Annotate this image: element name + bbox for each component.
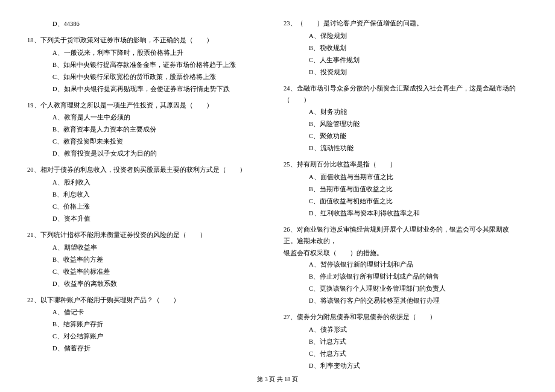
q26-stem-line2: 银监会有权采取（ ）的措施。 bbox=[284, 248, 522, 259]
q25-option-d: D、红利收益率与资本利得收益率之和 bbox=[284, 207, 522, 220]
q18-option-d: D、如果中央银行提高再贴现率，会使证券市场行情走势下跌 bbox=[27, 83, 265, 95]
q20-option-c: C、价格上涨 bbox=[27, 201, 265, 213]
q25-stem: 25、持有期百分比收益率是指（ ） bbox=[284, 159, 522, 171]
q27-option-b: B、计息方式 bbox=[284, 336, 522, 348]
question-20: 20、相对于债券的利息收入，投资者购买股票最主要的获利方式是（ ） A、股利收入… bbox=[27, 165, 265, 225]
q24-option-c: C、聚敛功能 bbox=[284, 130, 522, 142]
q19-option-d: D、教育投资是以子女成才为目的的 bbox=[27, 148, 265, 160]
question-24: 24、金融市场引导众多分散的小额资金汇聚成投入社会再生产，这是金融市场的（ ） … bbox=[284, 83, 522, 155]
q20-stem: 20、相对于债券的利息收入，投资者购买股票最主要的获利方式是（ ） bbox=[27, 165, 265, 176]
q22-option-a: A、借记卡 bbox=[27, 306, 265, 318]
q26-option-b: B、停止对该银行所有理财计划或产品的销售 bbox=[284, 271, 522, 283]
q23-option-a: A、保险规划 bbox=[284, 30, 522, 42]
q22-option-c: C、对公结算账户 bbox=[27, 330, 265, 343]
question-27: 27、债券分为附息债券和零息债券的依据是（ ） A、债券形式 B、计息方式 C、… bbox=[284, 312, 522, 372]
q23-option-c: C、人生事件规划 bbox=[284, 54, 522, 66]
q18-option-c: C、如果中央银行采取宽松的货币政策，股票价格将上涨 bbox=[27, 71, 265, 83]
question-18: 18、下列关于货币政策对证券市场的影响，不正确的是（ ） A、一般说来，利率下降… bbox=[27, 35, 265, 95]
q27-option-a: A、债券形式 bbox=[284, 324, 522, 336]
q22-option-d: D、储蓄存折 bbox=[27, 343, 265, 355]
question-25: 25、持有期百分比收益率是指（ ） A、面值收益与当期市值之比 B、当期市值与面… bbox=[284, 159, 522, 220]
q23-stem: 23、（ ）是讨论客户资产保值增值的问题。 bbox=[284, 18, 522, 30]
q19-stem: 19、个人教育理财之所以是一项生产性投资，其原因是（ ） bbox=[27, 100, 265, 112]
q17-option-d: D、44386 bbox=[27, 18, 265, 30]
q18-stem: 18、下列关于货币政策对证券市场的影响，不正确的是（ ） bbox=[27, 35, 265, 46]
q26-option-d: D、将该银行客户的交易转移至其他银行办理 bbox=[284, 295, 522, 307]
q21-option-b: B、收益率的方差 bbox=[27, 254, 265, 266]
q22-option-b: B、结算账户存折 bbox=[27, 318, 265, 330]
page-footer: 第 3 页 共 18 页 bbox=[0, 375, 555, 384]
q27-option-c: C、付息方式 bbox=[284, 348, 522, 360]
question-23: 23、（ ）是讨论客户资产保值增值的问题。 A、保险规划 B、税收规划 C、人生… bbox=[284, 18, 522, 78]
q21-option-a: A、期望收益率 bbox=[27, 242, 265, 254]
q26-stem-line1: 26、对商业银行违反审慎经营规则开展个人理财业务的，银监会可令其限期改正。逾期未… bbox=[284, 224, 522, 247]
q25-option-b: B、当期市值与面值收益之比 bbox=[284, 183, 522, 195]
q25-option-c: C、面值收益与初始市值之比 bbox=[284, 195, 522, 207]
q21-stem: 21、下列统计指标不能用来衡量证券投资的风险的是（ ） bbox=[27, 230, 265, 241]
q18-option-a: A、一般说来，利率下降时，股票价格将上升 bbox=[27, 47, 265, 59]
q20-option-a: A、股利收入 bbox=[27, 177, 265, 189]
q20-option-b: B、利息收入 bbox=[27, 189, 265, 201]
q23-option-d: D、投资规划 bbox=[284, 66, 522, 78]
right-column: 23、（ ）是讨论客户资产保值增值的问题。 A、保险规划 B、税收规划 C、人生… bbox=[278, 18, 528, 368]
page-content: D、44386 18、下列关于货币政策对证券市场的影响，不正确的是（ ） A、一… bbox=[0, 0, 555, 368]
left-column: D、44386 18、下列关于货币政策对证券市场的影响，不正确的是（ ） A、一… bbox=[27, 18, 278, 368]
q24-stem: 24、金融市场引导众多分散的小额资金汇聚成投入社会再生产，这是金融市场的（ ） bbox=[284, 83, 522, 106]
q19-option-b: B、教育资本是人力资本的主要成份 bbox=[27, 124, 265, 136]
q19-option-c: C、教育投资即未来投资 bbox=[27, 136, 265, 148]
question-21: 21、下列统计指标不能用来衡量证券投资的风险的是（ ） A、期望收益率 B、收益… bbox=[27, 230, 265, 290]
q21-option-c: C、收益率的标准差 bbox=[27, 266, 265, 278]
q25-option-a: A、面值收益与当期市值之比 bbox=[284, 171, 522, 183]
q19-option-a: A、教育是人一生中必须的 bbox=[27, 112, 265, 124]
q24-option-a: A、财务功能 bbox=[284, 106, 522, 118]
question-26: 26、对商业银行违反审慎经营规则开展个人理财业务的，银监会可令其限期改正。逾期未… bbox=[284, 224, 522, 307]
q21-option-d: D、收益率的离散系数 bbox=[27, 278, 265, 290]
q23-option-b: B、税收规划 bbox=[284, 42, 522, 54]
q22-stem: 22、以下哪种账户不能用于购买理财产品？（ ） bbox=[27, 295, 265, 306]
q26-option-a: A、暂停该银行新的理财计划和产品 bbox=[284, 259, 522, 271]
q18-option-b: B、如果中央银行提高存款准备金率，证券市场价格将趋于上涨 bbox=[27, 59, 265, 71]
question-22: 22、以下哪种账户不能用于购买理财产品？（ ） A、借记卡 B、结算账户存折 C… bbox=[27, 295, 265, 355]
question-19: 19、个人教育理财之所以是一项生产性投资，其原因是（ ） A、教育是人一生中必须… bbox=[27, 100, 265, 160]
q24-option-b: B、风险管理功能 bbox=[284, 118, 522, 130]
q24-option-d: D、流动性功能 bbox=[284, 142, 522, 154]
q26-option-c: C、更换该银行个人理财业务管理部门的负责人 bbox=[284, 283, 522, 295]
q20-option-d: D、资本升值 bbox=[27, 213, 265, 225]
q27-stem: 27、债券分为附息债券和零息债券的依据是（ ） bbox=[284, 312, 522, 323]
q27-option-d: D、利率变动方式 bbox=[284, 360, 522, 372]
